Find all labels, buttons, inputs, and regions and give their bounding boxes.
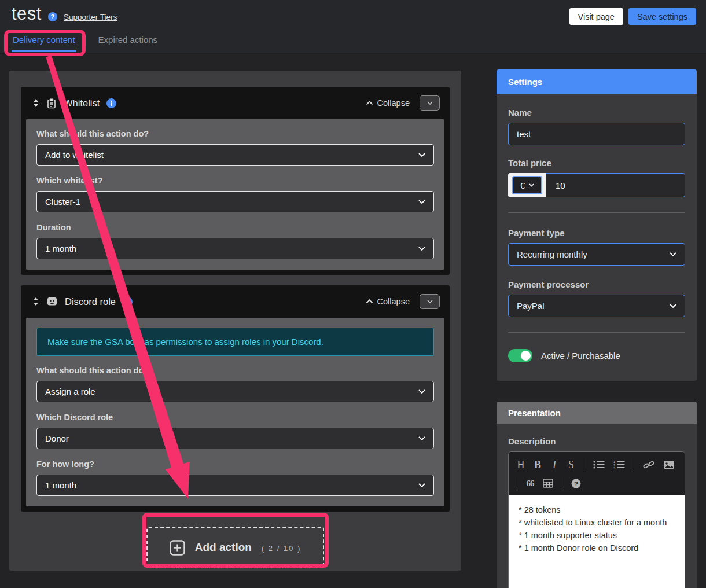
panel-menu-button[interactable] [420, 95, 440, 111]
settings-card: Settings Name Total price € Payment type… [497, 69, 697, 381]
top-header: test ? Supporter Tiers Visit page Save s… [0, 0, 706, 54]
payment-processor-label: Payment processor [508, 280, 685, 289]
field-label: What should this action do? [36, 366, 434, 375]
plus-square-icon [170, 540, 185, 556]
info-icon[interactable] [106, 98, 116, 108]
field-label: What should this action do? [36, 129, 434, 138]
description-line: * 1 month Donor role on Discord [519, 542, 675, 554]
visit-page-button[interactable]: Visit page [569, 8, 623, 25]
drag-handle-icon[interactable] [32, 98, 39, 108]
editor-help-icon[interactable]: ? [571, 477, 581, 489]
field-label: For how long? [36, 460, 434, 469]
discord-permissions-notice: Make sure the GSA bot has permissions to… [36, 328, 434, 356]
toolbar-separator [517, 477, 517, 490]
panel-menu-button[interactable] [420, 294, 440, 309]
description-line: * whitelisted to Linux cluster for a mon… [519, 516, 675, 529]
presentation-header: Presentation [497, 402, 697, 424]
description-label: Description [508, 436, 685, 446]
name-input[interactable] [508, 123, 685, 145]
page-title: test [12, 3, 42, 24]
description-line: * 28 tokens [519, 504, 675, 516]
link-icon[interactable] [643, 459, 654, 471]
chevron-down-icon [418, 483, 425, 487]
panel-title: Whitelist [64, 98, 100, 109]
discord-icon [47, 297, 57, 306]
payment-type-select[interactable]: Recurring monthly [508, 243, 685, 266]
table-icon[interactable] [543, 477, 553, 489]
presentation-card: Presentation Description H B I S 123 [497, 402, 697, 588]
delivery-content-card: Whitelist Collapse What should this acti… [9, 71, 461, 571]
settings-header: Settings [497, 69, 697, 94]
divider [508, 212, 685, 213]
divider [508, 332, 685, 333]
description-content[interactable]: * 28 tokens * whitelisted to Linux clust… [509, 495, 685, 588]
chevron-down-icon [418, 153, 425, 157]
duration-select[interactable]: 1 month [36, 238, 434, 259]
drag-handle-icon[interactable] [32, 297, 39, 306]
strikethrough-icon[interactable]: S [567, 459, 575, 471]
collapse-button[interactable]: Collapse [366, 98, 410, 108]
collapse-button[interactable]: Collapse [366, 297, 410, 306]
caret-down-icon [427, 101, 433, 105]
numbered-list-icon[interactable]: 123 [613, 459, 625, 471]
tab-bar: Delivery content Expired actions [12, 35, 159, 52]
image-icon[interactable] [663, 459, 675, 471]
svg-text:?: ? [574, 480, 578, 487]
breadcrumb-supporter-tiers[interactable]: Supporter Tiers [64, 13, 117, 21]
info-icon[interactable] [123, 297, 133, 307]
help-icon[interactable]: ? [48, 12, 57, 21]
svg-text:3: 3 [613, 466, 615, 469]
bold-icon[interactable]: B [534, 459, 542, 471]
toolbar-separator [584, 458, 584, 471]
caret-down-icon [427, 300, 433, 303]
role-duration-select[interactable]: 1 month [36, 475, 434, 496]
payment-processor-select[interactable]: PayPal [508, 295, 685, 317]
field-label: Which Discord role [36, 413, 434, 422]
tab-expired-actions[interactable]: Expired actions [97, 35, 159, 52]
save-settings-button[interactable]: Save settings [628, 8, 696, 25]
chevron-down-icon [418, 200, 425, 204]
chevron-up-icon [366, 299, 373, 304]
heading-icon[interactable]: H [517, 459, 525, 471]
discord-action-type-select[interactable]: Assign a role [36, 381, 434, 402]
description-line: * 1 month supporter status [519, 529, 675, 542]
chevron-down-icon [418, 247, 425, 251]
field-label: Which whitelist? [36, 176, 434, 185]
description-editor: H B I S 123 [508, 451, 685, 588]
chevron-down-icon [670, 252, 676, 256]
discord-role-select[interactable]: Donor [36, 428, 434, 449]
price-input[interactable] [546, 173, 685, 197]
field-label: Duration [36, 223, 434, 232]
editor-toolbar: H B I S 123 [509, 452, 685, 495]
add-action-count: ( 2 / 10 ) [262, 544, 301, 553]
panel-title: Discord role [65, 296, 116, 307]
active-toggle[interactable] [508, 349, 532, 362]
discord-role-action-panel: Discord role Collapse Make sure the GSA … [21, 285, 450, 512]
action-type-select[interactable]: Add to whitelist [36, 144, 434, 166]
currency-box: € [508, 173, 546, 197]
whitelist-select[interactable]: Cluster-1 [36, 191, 434, 212]
toolbar-separator [562, 477, 562, 490]
payment-type-label: Payment type [508, 228, 685, 238]
page: test ? Supporter Tiers Visit page Save s… [0, 0, 706, 588]
add-action-button[interactable]: Add action ( 2 / 10 ) [146, 527, 325, 568]
chevron-down-icon [418, 436, 425, 440]
tab-delivery-content[interactable]: Delivery content [12, 35, 76, 52]
blockquote-icon[interactable]: 66 [526, 477, 534, 489]
total-price-label: Total price [508, 158, 685, 168]
name-label: Name [508, 108, 685, 117]
italic-icon[interactable]: I [550, 459, 558, 471]
caret-down-icon [529, 183, 534, 187]
clipboard-icon [47, 98, 56, 109]
chevron-down-icon [418, 389, 425, 394]
currency-select[interactable]: € [512, 176, 542, 194]
active-toggle-label: Active / Purchasable [541, 351, 620, 361]
chevron-down-icon [670, 304, 676, 308]
whitelist-action-panel: Whitelist Collapse What should this acti… [21, 87, 450, 275]
bullet-list-icon[interactable] [593, 459, 605, 471]
add-action-label: Add action [195, 541, 252, 554]
chevron-up-icon [366, 101, 373, 105]
toolbar-separator [634, 458, 634, 471]
